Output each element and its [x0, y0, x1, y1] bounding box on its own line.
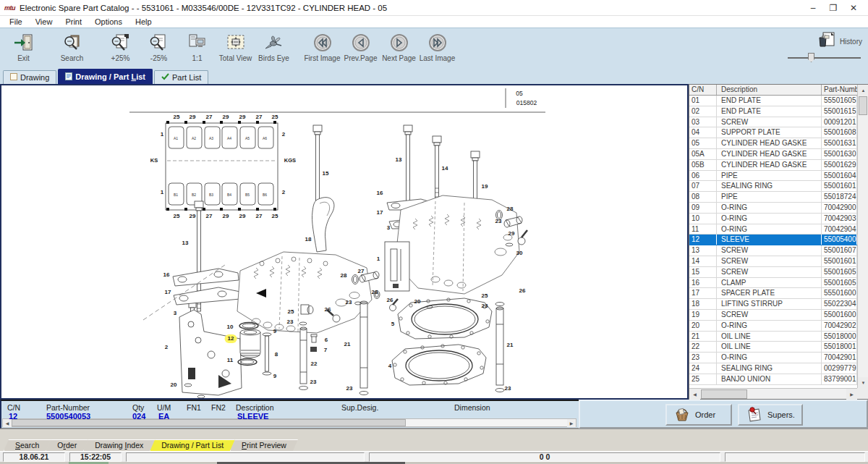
detail-scroll-right-icon[interactable]: ▶: [567, 419, 576, 427]
parts-table-body: 01END PLATE5550160502END PLATE5500161503…: [689, 96, 857, 388]
table-row-06[interactable]: 06PIPE55001604: [689, 171, 857, 182]
callout-highlighted-12[interactable]: 12: [225, 334, 237, 343]
table-row-05[interactable]: 05CYLINDER HEAD GASKE55001631: [689, 138, 857, 149]
detail-label-c-n: C/N: [7, 403, 20, 412]
scroll-left-icon[interactable]: ◀: [689, 389, 700, 400]
callout-1: 1: [377, 256, 380, 262]
callout-B5: B5: [245, 193, 250, 197]
column-description[interactable]: Description: [717, 85, 822, 95]
next-page-button[interactable]: Next Page: [380, 31, 418, 62]
mtu-logo: mtu: [4, 4, 15, 12]
table-row-19[interactable]: 19SCREW55001600: [689, 310, 857, 321]
tab-part-list[interactable]: Part List: [154, 70, 208, 84]
table-row-03[interactable]: 03SCREW00091201: [689, 117, 857, 128]
table-row-25[interactable]: 25BANJO UNION83799001: [689, 374, 857, 385]
menu-options[interactable]: Options: [88, 17, 129, 27]
minimize-button[interactable]: –: [803, 1, 823, 15]
bottom-tab-drawing-index[interactable]: Drawing Index: [83, 439, 155, 451]
exit-button[interactable]: Exit: [4, 31, 43, 62]
table-row-08[interactable]: 08PIPE55018724: [689, 192, 857, 203]
zoom-in-button[interactable]: +25%: [101, 31, 140, 62]
table-row-15[interactable]: 15SCREW55001605: [689, 267, 857, 278]
search-button[interactable]: Search: [53, 31, 91, 62]
table-row-22[interactable]: 22OIL LINE55018001: [689, 342, 857, 353]
table-row-09[interactable]: 09O-RING70042900: [689, 203, 857, 214]
callout-KGS: KGS: [284, 158, 296, 164]
table-row-10[interactable]: 10O-RING70042903: [689, 214, 857, 224]
table-row-17[interactable]: 17SPACER PLATE55501600: [689, 288, 857, 299]
callout-2: 2: [282, 190, 285, 195]
bottom-gap: [0, 429, 868, 439]
table-row-20[interactable]: 20O-RING70042902: [689, 321, 857, 332]
close-button[interactable]: ✕: [843, 1, 864, 15]
one-to-one-icon: [178, 31, 216, 54]
table-row-21[interactable]: 21OIL LINE55018000: [689, 332, 857, 342]
table-horizontal-scrollbar[interactable]: ◀ ▶: [689, 388, 857, 399]
callout-26: 26: [387, 298, 393, 303]
vertical-scroll-thumb[interactable]: [859, 96, 867, 115]
callout-A4: A4: [227, 137, 231, 140]
callout-26: 26: [325, 307, 331, 313]
bottom-tab-search[interactable]: Search: [4, 439, 51, 451]
callout-23: 23: [310, 379, 317, 385]
last-image-icon: [418, 31, 456, 54]
table-vertical-scrollbar[interactable]: ▲ ▼: [857, 85, 868, 388]
order-button[interactable]: Order: [665, 404, 732, 426]
table-row-12[interactable]: 12SLEEVE55005400: [689, 235, 857, 245]
menu-help[interactable]: Help: [129, 17, 158, 27]
history-control[interactable]: History: [786, 31, 862, 63]
table-row-16[interactable]: 16CLAMP55001605: [689, 278, 857, 289]
birds-eye-button[interactable]: Birds Eye: [255, 31, 293, 62]
callout-22: 22: [311, 361, 318, 367]
history-slider-thumb[interactable]: [808, 53, 814, 62]
table-row-07[interactable]: 07SEALING RING55001601: [689, 181, 857, 192]
menu-print[interactable]: Print: [59, 17, 88, 27]
table-row-05A[interactable]: 05ACYLINDER HEAD GASKE55001630: [689, 149, 857, 160]
table-row-05B[interactable]: 05BCYLINDER HEAD GASKE55001629: [689, 160, 857, 171]
tab-drawing-part-list[interactable]: Drawing / Part List: [58, 69, 153, 84]
callout-28: 28: [372, 290, 378, 295]
one-to-one-button[interactable]: 1:1: [178, 31, 216, 62]
partlist-check-icon: [161, 73, 169, 82]
order-basket-icon: [673, 405, 692, 424]
table-row-18[interactable]: 18LIFTING STIRRUP55022304: [689, 299, 857, 310]
prev-page-button[interactable]: Prev.Page: [341, 31, 380, 62]
column-cn[interactable]: C/N: [689, 85, 717, 95]
callout-25: 25: [272, 114, 278, 120]
table-row-14[interactable]: 14SCREW55001601: [689, 256, 857, 267]
menu-view[interactable]: View: [29, 17, 59, 27]
table-row-23[interactable]: 23O-RING70042901: [689, 353, 857, 363]
callout-23: 23: [495, 219, 502, 224]
bottom-tab-drawing-part-list[interactable]: Drawing / Part List: [150, 439, 235, 451]
last-image-button[interactable]: Last Image: [418, 31, 456, 62]
total-view-button[interactable]: Total View: [216, 31, 255, 62]
maximize-button[interactable]: ❐: [823, 1, 843, 15]
callout-28: 28: [341, 273, 347, 279]
first-image-button[interactable]: First Image: [303, 31, 341, 62]
callout-8: 8: [275, 352, 278, 358]
callout-9: 9: [273, 329, 276, 334]
menu-file[interactable]: File: [3, 17, 29, 27]
table-row-01[interactable]: 01END PLATE55501605: [689, 96, 857, 106]
bottom-tab-print-preview[interactable]: Print Preview: [230, 439, 298, 451]
table-row-11[interactable]: 11O-RING70042904: [689, 224, 857, 235]
parts-table-header[interactable]: C/N Description Part-Numb: [689, 85, 868, 96]
table-row-13[interactable]: 13SCREW55001607: [689, 245, 857, 256]
table-row-24[interactable]: 24SEALING RING00299779: [689, 363, 857, 374]
horizontal-scroll-thumb[interactable]: [701, 389, 747, 399]
bottom-tab-order[interactable]: Order: [46, 439, 88, 451]
scroll-right-icon[interactable]: ▶: [846, 389, 857, 400]
drawing-panel[interactable]: 0501580225292729292725252927292927251212…: [0, 84, 689, 400]
table-row-04[interactable]: 04SUPPORT PLATE55001608: [689, 127, 857, 138]
detail-label-u-m: U/M: [157, 403, 171, 412]
table-row-02[interactable]: 02END PLATE55001615: [689, 106, 857, 117]
scroll-down-icon[interactable]: ▼: [858, 377, 868, 388]
history-slider[interactable]: [786, 53, 862, 63]
callout-17: 17: [377, 210, 383, 216]
callout-29: 29: [239, 114, 246, 120]
callout-23: 23: [505, 386, 511, 392]
zoom-out-button[interactable]: -25%: [140, 31, 178, 62]
scroll-up-icon[interactable]: ▲: [858, 85, 868, 96]
tab-drawing[interactable]: Drawing: [3, 70, 56, 84]
supers-button[interactable]: Supers.: [738, 404, 803, 426]
